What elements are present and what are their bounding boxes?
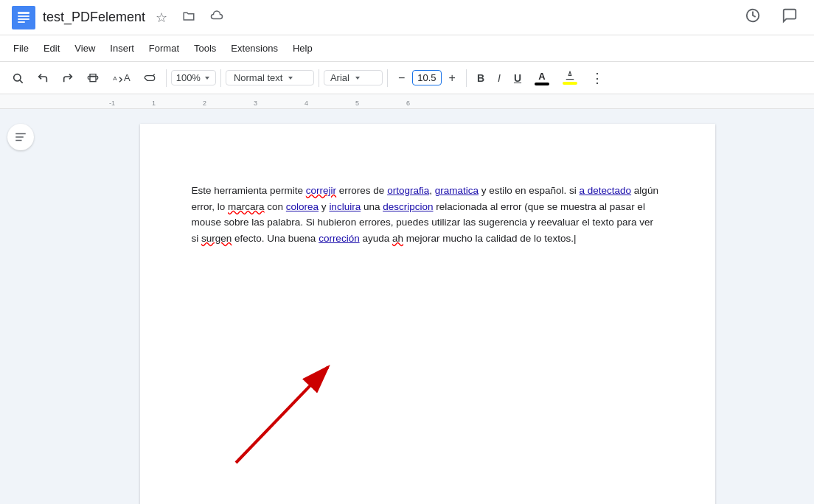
word-marcara: marcara	[228, 201, 265, 212]
outline-button[interactable]	[7, 124, 34, 150]
toolbar-separator-5	[466, 69, 467, 87]
text-color-indicator	[535, 83, 549, 85]
font-value: Arial	[330, 72, 349, 83]
document-area: Este herramienta permite correjir errore…	[0, 109, 814, 504]
svg-marker-12	[288, 77, 293, 80]
toolbar-separator-3	[319, 69, 319, 87]
ruler-content: -1 1 2 3 4 5 6	[0, 94, 814, 108]
ruler: -1 1 2 3 4 5 6	[0, 94, 814, 109]
highlight-button[interactable]	[557, 66, 583, 89]
ruler-mark-2: 2	[203, 99, 206, 107]
spellcheck-button[interactable]: A A	[106, 68, 136, 88]
highlight-color-group	[563, 71, 577, 85]
folder-button[interactable]	[179, 6, 198, 29]
toolbar-separator-4	[387, 69, 388, 87]
title-left: test_PDFelement ☆	[12, 6, 226, 29]
italic-button[interactable]: I	[492, 69, 507, 87]
word-ortografia: ortografia	[387, 185, 429, 196]
toolbar-separator-2	[220, 69, 221, 87]
menu-help[interactable]: Help	[285, 40, 320, 57]
comment-button[interactable]	[777, 3, 802, 32]
zoom-dropdown[interactable]: 100%	[171, 70, 216, 85]
menu-bar: File Edit View Insert Format Tools Exten…	[0, 35, 814, 62]
ruler-mark-neg1: -1	[109, 99, 115, 107]
ruler-mark-5: 5	[355, 99, 359, 107]
document-page: Este herramienta permite correjir errore…	[140, 124, 715, 504]
font-size-increase-button[interactable]: +	[443, 67, 462, 89]
text-color-button[interactable]: A	[529, 66, 555, 90]
ruler-mark-4: 4	[305, 99, 308, 107]
undo-button[interactable]	[31, 68, 55, 88]
menu-insert[interactable]: Insert	[102, 40, 142, 57]
title-action-icons: ☆	[153, 6, 226, 29]
format-paint-button[interactable]	[138, 68, 161, 88]
toolbar-separator-1	[166, 69, 167, 87]
menu-extensions[interactable]: Extensions	[223, 40, 285, 57]
word-ah: ah	[392, 233, 403, 244]
red-arrow	[214, 345, 376, 477]
search-button[interactable]	[6, 68, 29, 88]
word-surgen: surgen	[201, 233, 232, 244]
svg-rect-2	[18, 15, 29, 17]
document-scroll[interactable]: Este herramienta permite correjir errore…	[41, 109, 814, 504]
text-color-group: A	[535, 71, 549, 85]
title-right	[740, 3, 802, 32]
menu-tools[interactable]: Tools	[187, 40, 223, 57]
redo-button[interactable]	[56, 68, 80, 88]
svg-text:A: A	[113, 74, 117, 81]
svg-line-18	[236, 367, 328, 463]
menu-file[interactable]: File	[6, 40, 36, 57]
menu-edit[interactable]: Edit	[36, 40, 67, 57]
svg-rect-8	[90, 77, 96, 82]
style-value: Normal text	[234, 72, 282, 83]
history-button[interactable]	[740, 3, 765, 32]
font-size-decrease-button[interactable]: −	[392, 67, 411, 89]
zoom-value: 100%	[176, 72, 201, 83]
svg-rect-4	[18, 21, 25, 23]
svg-line-7	[20, 80, 23, 83]
svg-rect-1	[18, 12, 29, 14]
document-paragraph: Este herramienta permite correjir errore…	[192, 183, 664, 246]
left-margin	[0, 109, 41, 504]
svg-marker-13	[355, 77, 360, 80]
svg-line-10	[153, 74, 154, 75]
word-colorea: colorea	[286, 201, 319, 212]
svg-marker-11	[205, 77, 209, 80]
ruler-mark-3: 3	[254, 99, 257, 107]
document-text[interactable]: Este herramienta permite correjir errore…	[192, 183, 664, 246]
word-gramatica: gramatica	[435, 185, 479, 196]
text-color-label: A	[538, 71, 545, 82]
ruler-mark-6: 6	[406, 99, 410, 107]
bold-button[interactable]: B	[471, 69, 490, 87]
svg-rect-0	[12, 6, 35, 29]
svg-point-6	[14, 74, 21, 80]
font-dropdown[interactable]: Arial	[324, 70, 383, 85]
word-incluira: incluira	[329, 201, 361, 212]
toolbar: A A 100% Normal text Arial − 10.5 + B I …	[0, 62, 814, 94]
underline-button[interactable]: U	[508, 69, 527, 87]
menu-view[interactable]: View	[67, 40, 102, 57]
star-button[interactable]: ☆	[153, 7, 170, 29]
phrase-a-detectado: a detectado	[580, 185, 632, 196]
font-size-input[interactable]: 10.5	[412, 70, 441, 85]
document-title: test_PDFelement	[43, 10, 145, 25]
word-descripcion: descripcion	[383, 201, 433, 212]
ruler-mark-1: 1	[152, 99, 156, 107]
style-dropdown[interactable]: Normal text	[226, 70, 314, 85]
word-correccion: correción	[319, 233, 360, 244]
menu-format[interactable]: Format	[142, 40, 187, 57]
svg-rect-3	[18, 18, 29, 20]
highlight-color-indicator	[563, 82, 577, 85]
cloud-button[interactable]	[207, 6, 226, 29]
word-correjir: correjir	[306, 185, 336, 196]
more-options-button[interactable]: ⋮	[585, 66, 610, 91]
print-button[interactable]	[81, 68, 105, 88]
title-bar: test_PDFelement ☆	[0, 0, 814, 35]
docs-icon	[12, 6, 35, 29]
